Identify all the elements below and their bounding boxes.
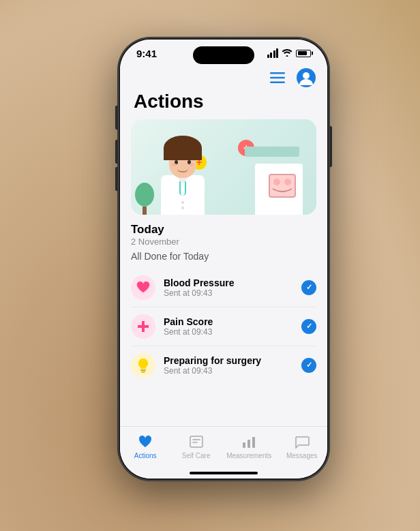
svg-rect-1 bbox=[270, 76, 285, 78]
svg-point-7 bbox=[284, 179, 291, 185]
svg-rect-11 bbox=[243, 442, 245, 448]
pain-score-icon-wrap bbox=[131, 314, 155, 339]
blood-pressure-checkmark: ✓ bbox=[306, 283, 312, 292]
svg-point-4 bbox=[303, 72, 310, 79]
surgery-icon-wrap bbox=[131, 353, 155, 378]
list-icon-button[interactable] bbox=[267, 67, 288, 88]
today-label: Today bbox=[131, 223, 316, 237]
surgery-checkmark: ✓ bbox=[306, 361, 312, 369]
svg-rect-10 bbox=[190, 436, 202, 447]
nav-item-actions[interactable]: Actions bbox=[125, 434, 166, 459]
selfcare-nav-label: Self Care bbox=[182, 452, 211, 459]
battery-icon bbox=[296, 50, 311, 57]
dynamic-island bbox=[193, 46, 254, 64]
svg-point-6 bbox=[273, 179, 280, 185]
signal-bar-4 bbox=[276, 48, 278, 58]
signal-bar-1 bbox=[267, 55, 269, 58]
blood-pressure-sent: Sent at 09:43 bbox=[164, 288, 293, 298]
messages-nav-label: Messages bbox=[286, 452, 318, 459]
pain-score-checkmark: ✓ bbox=[306, 322, 312, 331]
selfcare-nav-icon bbox=[188, 434, 205, 450]
svg-rect-12 bbox=[247, 440, 250, 448]
building-illustration: + bbox=[248, 153, 303, 215]
app-header bbox=[120, 65, 327, 91]
blood-pressure-check: ✓ bbox=[301, 280, 316, 295]
measurements-nav-label: Measurements bbox=[226, 452, 271, 459]
signal-bar-2 bbox=[270, 52, 272, 58]
date-label: 2 November bbox=[131, 237, 316, 247]
svg-rect-9 bbox=[141, 371, 145, 373]
heart-icon bbox=[136, 282, 150, 294]
svg-rect-0 bbox=[270, 72, 285, 74]
content-area: Today 2 November All Done for Today Bloo… bbox=[120, 223, 327, 426]
blood-pressure-text: Blood Pressure Sent at 09:43 bbox=[164, 277, 293, 298]
surgery-title: Preparing for surgery bbox=[164, 355, 293, 366]
signal-bars-icon bbox=[267, 48, 279, 58]
pain-score-check: ✓ bbox=[301, 319, 316, 334]
bulb-icon bbox=[137, 358, 149, 373]
page-title: Actions bbox=[134, 91, 314, 112]
all-done-text: All Done for Today bbox=[131, 251, 316, 262]
battery-fill bbox=[298, 51, 308, 55]
pain-score-text: Pain Score Sent at 09:43 bbox=[164, 316, 293, 337]
action-items-list: Blood Pressure Sent at 09:43 ✓ bbox=[131, 269, 316, 384]
nav-item-measurements[interactable]: Measurements bbox=[226, 434, 271, 459]
cross-icon bbox=[136, 320, 150, 333]
svg-rect-5 bbox=[270, 175, 295, 196]
svg-rect-8 bbox=[140, 369, 146, 371]
signal-bar-3 bbox=[273, 50, 275, 58]
pain-score-sent: Sent at 09:43 bbox=[164, 327, 293, 337]
surgery-check: ✓ bbox=[301, 358, 316, 373]
action-item-blood-pressure[interactable]: Blood Pressure Sent at 09:43 ✓ bbox=[131, 269, 316, 307]
tree-left bbox=[138, 183, 151, 215]
measurements-nav-icon bbox=[241, 434, 257, 450]
messages-nav-icon bbox=[294, 434, 310, 450]
home-bar bbox=[190, 472, 258, 474]
action-item-surgery[interactable]: Preparing for surgery Sent at 09:43 ✓ bbox=[131, 346, 316, 384]
actions-nav-label: Actions bbox=[134, 452, 157, 459]
nav-item-messages[interactable]: Messages bbox=[282, 434, 322, 459]
date-section: Today 2 November All Done for Today bbox=[131, 223, 316, 262]
status-time: 9:41 bbox=[136, 48, 157, 59]
status-icons bbox=[267, 48, 312, 59]
action-item-pain-score[interactable]: Pain Score Sent at 09:43 ✓ bbox=[131, 307, 316, 346]
svg-rect-2 bbox=[270, 81, 285, 83]
nav-item-selfcare[interactable]: Self Care bbox=[176, 434, 217, 459]
pain-score-title: Pain Score bbox=[164, 316, 293, 327]
surgery-sent: Sent at 09:43 bbox=[164, 366, 293, 376]
banner-illustration: + + bbox=[131, 119, 316, 215]
phone-screen: 9:41 bbox=[120, 40, 327, 479]
blood-pressure-title: Blood Pressure bbox=[164, 277, 293, 288]
profile-icon-button[interactable] bbox=[296, 67, 316, 88]
blood-pressure-icon-wrap bbox=[131, 275, 155, 300]
phone-shell: 9:41 bbox=[118, 37, 329, 481]
doctor-figure: + bbox=[161, 148, 205, 215]
bottom-nav: Actions Self Care bbox=[120, 426, 327, 473]
status-bar: 9:41 bbox=[120, 40, 327, 65]
page-title-section: Actions bbox=[120, 91, 327, 119]
actions-nav-icon bbox=[137, 434, 153, 450]
wifi-icon bbox=[282, 48, 292, 59]
svg-rect-13 bbox=[252, 437, 255, 448]
home-indicator bbox=[120, 473, 327, 479]
surgery-text: Preparing for surgery Sent at 09:43 bbox=[164, 355, 293, 376]
